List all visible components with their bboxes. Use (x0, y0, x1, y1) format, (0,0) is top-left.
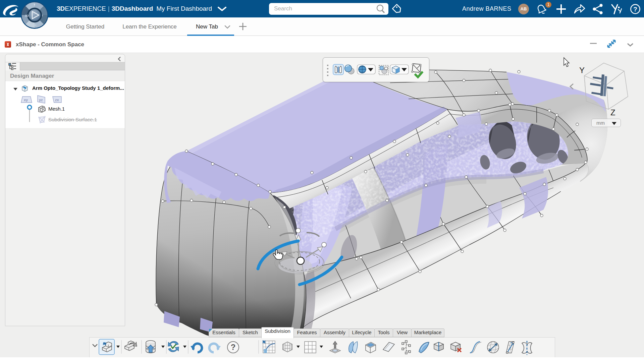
svg-text:i: i (42, 14, 43, 17)
svg-text:yz: yz (39, 98, 43, 102)
svg-text:3D: 3D (25, 14, 29, 17)
svg-text:zx: zx (55, 98, 59, 102)
svg-text:xy: xy (24, 98, 28, 102)
svg-text:Z: Z (610, 108, 615, 117)
svg-text:V.R: V.R (32, 24, 37, 27)
svg-text:Y: Y (579, 66, 585, 75)
svg-text:?: ? (231, 343, 236, 352)
svg-text:?: ? (633, 6, 637, 13)
